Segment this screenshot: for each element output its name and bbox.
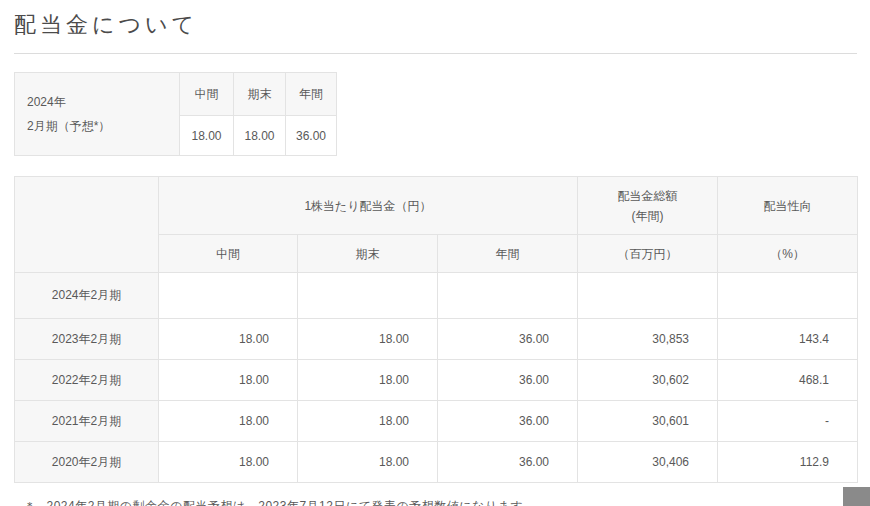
history-sub-header-percent: （%） <box>718 235 858 273</box>
forecast-col-header-yearend: 期末 <box>234 73 286 116</box>
forecast-row-header-line1: 2024年 <box>27 90 179 114</box>
table-row-2023: 2023年2月期 18.00 18.00 36.00 30,853 143.4 <box>15 319 858 360</box>
history-group-header-payout: 配当性向 <box>718 177 858 235</box>
forecast-col-header-interim: 中間 <box>180 73 234 116</box>
history-group-header-total-line2: (年間) <box>578 206 717 226</box>
title-divider <box>14 53 857 54</box>
cell-annual <box>438 273 578 319</box>
row-label: 2024年2月期 <box>15 273 159 319</box>
cell-yearend: 18.00 <box>298 319 438 360</box>
cell-yearend <box>298 273 438 319</box>
history-group-header-total-line1: 配当金総額 <box>578 186 717 206</box>
history-sub-header-interim: 中間 <box>159 235 298 273</box>
history-sub-header-annual: 年間 <box>438 235 578 273</box>
footnote-text: 2024年2月期の剰余金の配当予想は、2023年7月12日にて発表の予想数値にな… <box>47 499 536 506</box>
forecast-col-header-annual: 年間 <box>286 73 337 116</box>
forecast-row-header-line2: 2月期（予想*） <box>27 114 179 138</box>
table-row-2020: 2020年2月期 18.00 18.00 36.00 30,406 112.9 <box>15 442 858 483</box>
cell-interim <box>159 273 298 319</box>
forecast-table: 2024年 2月期（予想*） 中間 期末 年間 18.00 18.00 36.0… <box>14 72 337 156</box>
history-group-header-per-share: 1株当たり配当金（円） <box>159 177 578 235</box>
table-row-2024: 2024年2月期 <box>15 273 858 319</box>
history-sub-header-yearend: 期末 <box>298 235 438 273</box>
page-title: 配当金について <box>14 10 857 40</box>
cell-annual: 36.00 <box>438 319 578 360</box>
cell-payout: 112.9 <box>718 442 858 483</box>
cell-yearend: 18.00 <box>298 360 438 401</box>
cell-annual: 36.00 <box>438 401 578 442</box>
cell-total: 30,601 <box>578 401 718 442</box>
table-row-2021: 2021年2月期 18.00 18.00 36.00 30,601 - <box>15 401 858 442</box>
cell-payout: 468.1 <box>718 360 858 401</box>
row-label: 2022年2月期 <box>15 360 159 401</box>
scroll-top-button[interactable] <box>843 487 870 506</box>
cell-total <box>578 273 718 319</box>
forecast-value-yearend: 18.00 <box>234 116 286 156</box>
forecast-row-header: 2024年 2月期（予想*） <box>15 73 180 156</box>
forecast-value-interim: 18.00 <box>180 116 234 156</box>
cell-interim: 18.00 <box>159 360 298 401</box>
cell-interim: 18.00 <box>159 401 298 442</box>
row-label: 2023年2月期 <box>15 319 159 360</box>
forecast-value-annual: 36.00 <box>286 116 337 156</box>
history-group-header-row: 1株当たり配当金（円） 配当金総額 (年間) 配当性向 <box>15 177 858 235</box>
cell-yearend: 18.00 <box>298 442 438 483</box>
history-table: 1株当たり配当金（円） 配当金総額 (年間) 配当性向 中間 期末 年間 （百万… <box>14 176 858 483</box>
history-group-header-total: 配当金総額 (年間) <box>578 177 718 235</box>
footnote: ＊2024年2月期の剰余金の配当予想は、2023年7月12日にて発表の予想数値に… <box>14 498 857 506</box>
cell-annual: 36.00 <box>438 360 578 401</box>
cell-yearend: 18.00 <box>298 401 438 442</box>
cell-interim: 18.00 <box>159 442 298 483</box>
table-row-2022: 2022年2月期 18.00 18.00 36.00 30,602 468.1 <box>15 360 858 401</box>
cell-interim: 18.00 <box>159 319 298 360</box>
cell-payout: - <box>718 401 858 442</box>
cell-total: 30,853 <box>578 319 718 360</box>
history-empty-corner-cell <box>15 177 159 273</box>
dividend-page: 配当金について 2024年 2月期（予想*） 中間 期末 年間 18.00 18… <box>0 0 870 506</box>
cell-annual: 36.00 <box>438 442 578 483</box>
footnote-marker: ＊ <box>24 499 37 506</box>
cell-payout: 143.4 <box>718 319 858 360</box>
row-label: 2020年2月期 <box>15 442 159 483</box>
cell-total: 30,602 <box>578 360 718 401</box>
history-sub-header-million-yen: （百万円） <box>578 235 718 273</box>
cell-total: 30,406 <box>578 442 718 483</box>
row-label: 2021年2月期 <box>15 401 159 442</box>
cell-payout <box>718 273 858 319</box>
